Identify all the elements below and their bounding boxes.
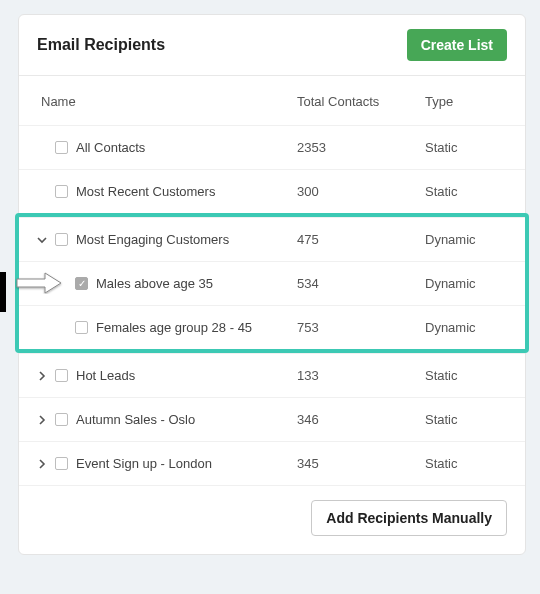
page-title: Email Recipients: [37, 36, 165, 54]
column-header-contacts: Total Contacts: [297, 94, 425, 109]
email-recipients-card: Email Recipients Create List Name Total …: [18, 14, 526, 555]
row-label: Males above age 35: [96, 276, 213, 291]
row-type: Dynamic: [425, 276, 507, 291]
chevron-down-icon[interactable]: [37, 235, 47, 245]
checkbox[interactable]: [55, 185, 68, 198]
row-contacts: 346: [297, 412, 425, 427]
row-label: Females age group 28 - 45: [96, 320, 252, 335]
table-row[interactable]: Event Sign up - London 345 Static: [19, 441, 525, 485]
row-contacts: 133: [297, 368, 425, 383]
row-type: Static: [425, 456, 507, 471]
table-row[interactable]: Most Engaging Customers 475 Dynamic: [19, 217, 525, 261]
row-contacts: 753: [297, 320, 425, 335]
checkbox[interactable]: [55, 413, 68, 426]
checkbox[interactable]: [55, 141, 68, 154]
row-label: Event Sign up - London: [76, 456, 212, 471]
card-footer: Add Recipients Manually: [19, 485, 525, 554]
row-type: Dynamic: [425, 232, 507, 247]
row-type: Static: [425, 184, 507, 199]
create-list-button[interactable]: Create List: [407, 29, 507, 61]
table-row[interactable]: ▸ Most Recent Customers 300 Static: [19, 169, 525, 213]
column-header-type: Type: [425, 94, 507, 109]
row-contacts: 475: [297, 232, 425, 247]
row-contacts: 534: [297, 276, 425, 291]
column-header-name: Name: [37, 94, 297, 109]
row-type: Static: [425, 412, 507, 427]
side-handle: [0, 272, 6, 312]
highlight-group: Most Engaging Customers 475 Dynamic ▸ ✓ …: [15, 213, 529, 353]
checkbox[interactable]: [75, 321, 88, 334]
chevron-right-icon[interactable]: [37, 371, 47, 381]
table-row[interactable]: Autumn Sales - Oslo 346 Static: [19, 397, 525, 441]
row-label: Autumn Sales - Oslo: [76, 412, 195, 427]
row-label: Most Engaging Customers: [76, 232, 229, 247]
table-header: Name Total Contacts Type: [19, 76, 525, 125]
table-body: ▸ All Contacts 2353 Static ▸ Most Recent…: [19, 125, 525, 485]
chevron-right-icon[interactable]: [37, 459, 47, 469]
row-label: All Contacts: [76, 140, 145, 155]
table-row[interactable]: Hot Leads 133 Static: [19, 353, 525, 397]
row-type: Dynamic: [425, 320, 507, 335]
table-row[interactable]: ▸ ✓ Males above age 35 534 Dynamic: [19, 261, 525, 305]
card-header: Email Recipients Create List: [19, 15, 525, 76]
table-row[interactable]: ▸ Females age group 28 - 45 753 Dynamic: [19, 305, 525, 349]
row-label: Most Recent Customers: [76, 184, 215, 199]
chevron-right-icon[interactable]: [37, 415, 47, 425]
checkbox[interactable]: ✓: [75, 277, 88, 290]
row-type: Static: [425, 140, 507, 155]
checkbox[interactable]: [55, 233, 68, 246]
checkbox[interactable]: [55, 369, 68, 382]
row-contacts: 345: [297, 456, 425, 471]
add-recipients-manually-button[interactable]: Add Recipients Manually: [311, 500, 507, 536]
row-contacts: 300: [297, 184, 425, 199]
row-label: Hot Leads: [76, 368, 135, 383]
checkbox[interactable]: [55, 457, 68, 470]
row-contacts: 2353: [297, 140, 425, 155]
table-row[interactable]: ▸ All Contacts 2353 Static: [19, 125, 525, 169]
row-type: Static: [425, 368, 507, 383]
